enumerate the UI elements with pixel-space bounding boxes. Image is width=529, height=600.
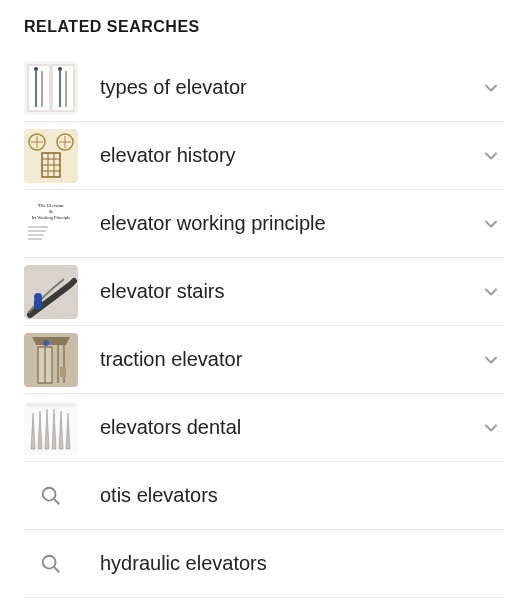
svg-point-8 [58, 67, 62, 71]
svg-line-46 [54, 567, 59, 572]
svg-rect-40 [60, 367, 66, 377]
related-search-item[interactable]: types of elevator [24, 54, 505, 122]
svg-rect-42 [26, 403, 76, 407]
svg-point-7 [34, 67, 38, 71]
related-search-label: hydraulic elevators [78, 552, 505, 575]
svg-text:&: & [49, 209, 53, 214]
svg-marker-34 [32, 337, 70, 345]
chevron-down-icon [477, 74, 505, 102]
svg-rect-32 [34, 299, 42, 309]
chevron-down-icon [477, 210, 505, 238]
related-search-label: otis elevators [78, 484, 505, 507]
svg-point-35 [43, 340, 49, 346]
related-search-item[interactable]: hydraulic elevators [24, 530, 505, 598]
related-search-item[interactable]: traction elevator [24, 326, 505, 394]
related-search-label: elevator history [78, 144, 477, 167]
related-searches-heading: RELATED SEARCHES [24, 18, 505, 36]
svg-point-45 [43, 555, 56, 568]
related-search-item[interactable]: otis elevators [24, 462, 505, 530]
related-searches-list: types of elevator elevator h [24, 54, 505, 598]
chevron-down-icon [477, 414, 505, 442]
svg-text:The Elevator: The Elevator [38, 203, 64, 208]
thumbnail-working-principle: The Elevator & Its Working Principle [24, 197, 78, 251]
related-search-label: elevators dental [78, 416, 477, 439]
related-search-item[interactable]: The Elevator & Its Working Principle ele… [24, 190, 505, 258]
related-search-label: elevator working principle [78, 212, 477, 235]
svg-rect-1 [28, 65, 50, 111]
svg-rect-2 [52, 65, 74, 111]
chevron-down-icon [477, 278, 505, 306]
svg-point-43 [43, 487, 56, 500]
chevron-down-icon [477, 142, 505, 170]
related-search-label: elevator stairs [78, 280, 477, 303]
related-search-item[interactable]: elevator stairs [24, 258, 505, 326]
svg-line-44 [54, 499, 59, 504]
search-icon [24, 469, 78, 523]
related-search-item[interactable]: elevators dental [24, 394, 505, 462]
thumbnail-elevators-dental [24, 401, 78, 455]
thumbnail-elevator-stairs [24, 265, 78, 319]
svg-rect-9 [24, 129, 78, 183]
thumbnail-traction-elevator [24, 333, 78, 387]
search-icon [24, 537, 78, 591]
related-search-label: traction elevator [78, 348, 477, 371]
thumbnail-types-of-elevator [24, 61, 78, 115]
svg-text:Its Working Principle: Its Working Principle [32, 215, 71, 220]
thumbnail-elevator-history [24, 129, 78, 183]
related-search-item[interactable]: elevator history [24, 122, 505, 190]
chevron-down-icon [477, 346, 505, 374]
related-search-label: types of elevator [78, 76, 477, 99]
